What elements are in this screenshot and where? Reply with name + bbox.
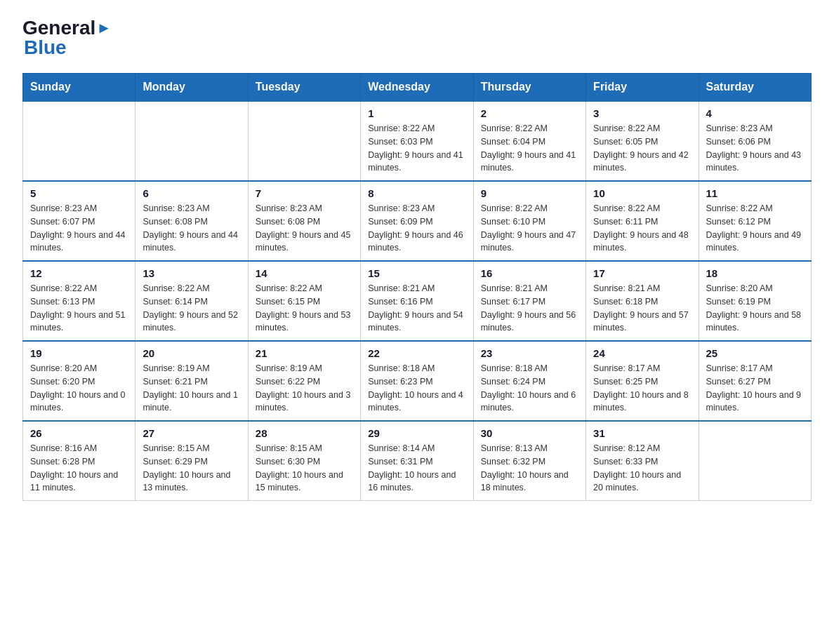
day-info: Sunrise: 8:22 AMSunset: 6:15 PMDaylight:… (256, 282, 353, 335)
calendar-cell: 27Sunrise: 8:15 AMSunset: 6:29 PMDayligh… (135, 421, 248, 501)
day-number: 14 (256, 267, 353, 279)
calendar-cell (135, 101, 248, 181)
calendar-cell (699, 421, 811, 501)
day-number: 11 (706, 187, 804, 199)
calendar-cell: 20Sunrise: 8:19 AMSunset: 6:21 PMDayligh… (135, 341, 248, 421)
calendar-cell: 31Sunrise: 8:12 AMSunset: 6:33 PMDayligh… (586, 421, 699, 501)
day-info: Sunrise: 8:17 AMSunset: 6:27 PMDaylight:… (706, 362, 804, 415)
calendar-cell: 28Sunrise: 8:15 AMSunset: 6:30 PMDayligh… (248, 421, 360, 501)
day-number: 18 (706, 267, 804, 279)
calendar-table: SundayMondayTuesdayWednesdayThursdayFrid… (22, 73, 812, 501)
calendar-cell: 30Sunrise: 8:13 AMSunset: 6:32 PMDayligh… (473, 421, 585, 501)
day-number: 17 (593, 267, 691, 279)
day-number: 31 (593, 427, 691, 439)
day-info: Sunrise: 8:23 AMSunset: 6:06 PMDaylight:… (706, 122, 804, 175)
calendar-cell: 10Sunrise: 8:22 AMSunset: 6:11 PMDayligh… (586, 181, 699, 261)
day-info: Sunrise: 8:23 AMSunset: 6:08 PMDaylight:… (143, 202, 240, 255)
day-number: 10 (593, 187, 691, 199)
day-number: 26 (30, 427, 128, 439)
day-info: Sunrise: 8:14 AMSunset: 6:31 PMDaylight:… (368, 442, 465, 495)
day-info: Sunrise: 8:17 AMSunset: 6:25 PMDaylight:… (593, 362, 691, 415)
weekday-header-thursday: Thursday (473, 74, 585, 102)
day-info: Sunrise: 8:19 AMSunset: 6:21 PMDaylight:… (143, 362, 240, 415)
day-info: Sunrise: 8:18 AMSunset: 6:24 PMDaylight:… (481, 362, 578, 415)
day-info: Sunrise: 8:22 AMSunset: 6:05 PMDaylight:… (593, 122, 691, 175)
day-info: Sunrise: 8:12 AMSunset: 6:33 PMDaylight:… (593, 442, 691, 495)
day-number: 19 (30, 347, 128, 359)
calendar-cell: 13Sunrise: 8:22 AMSunset: 6:14 PMDayligh… (135, 261, 248, 341)
day-info: Sunrise: 8:20 AMSunset: 6:20 PMDaylight:… (30, 362, 128, 415)
day-info: Sunrise: 8:22 AMSunset: 6:03 PMDaylight:… (368, 122, 465, 175)
weekday-header-tuesday: Tuesday (248, 74, 360, 102)
day-number: 16 (481, 267, 578, 279)
calendar-cell: 29Sunrise: 8:14 AMSunset: 6:31 PMDayligh… (361, 421, 473, 501)
day-number: 28 (256, 427, 353, 439)
calendar-cell: 16Sunrise: 8:21 AMSunset: 6:17 PMDayligh… (473, 261, 585, 341)
day-info: Sunrise: 8:22 AMSunset: 6:11 PMDaylight:… (593, 202, 691, 255)
weekday-header-saturday: Saturday (699, 74, 811, 102)
day-number: 3 (593, 107, 691, 119)
calendar-cell: 19Sunrise: 8:20 AMSunset: 6:20 PMDayligh… (23, 341, 135, 421)
day-info: Sunrise: 8:22 AMSunset: 6:13 PMDaylight:… (30, 282, 128, 335)
day-info: Sunrise: 8:21 AMSunset: 6:17 PMDaylight:… (481, 282, 578, 335)
calendar-cell: 7Sunrise: 8:23 AMSunset: 6:08 PMDaylight… (248, 181, 360, 261)
day-number: 20 (143, 347, 240, 359)
day-number: 23 (481, 347, 578, 359)
day-number: 15 (368, 267, 465, 279)
week-row-3: 12Sunrise: 8:22 AMSunset: 6:13 PMDayligh… (23, 261, 812, 341)
day-info: Sunrise: 8:15 AMSunset: 6:30 PMDaylight:… (256, 442, 353, 495)
day-number: 4 (706, 107, 804, 119)
calendar-cell: 24Sunrise: 8:17 AMSunset: 6:25 PMDayligh… (586, 341, 699, 421)
calendar-cell: 5Sunrise: 8:23 AMSunset: 6:07 PMDaylight… (23, 181, 135, 261)
day-number: 22 (368, 347, 465, 359)
day-info: Sunrise: 8:23 AMSunset: 6:07 PMDaylight:… (30, 202, 128, 255)
day-number: 1 (368, 107, 465, 119)
day-info: Sunrise: 8:23 AMSunset: 6:08 PMDaylight:… (256, 202, 353, 255)
week-row-2: 5Sunrise: 8:23 AMSunset: 6:07 PMDaylight… (23, 181, 812, 261)
calendar-cell: 21Sunrise: 8:19 AMSunset: 6:22 PMDayligh… (248, 341, 360, 421)
calendar-header-row: SundayMondayTuesdayWednesdayThursdayFrid… (23, 74, 812, 102)
day-info: Sunrise: 8:19 AMSunset: 6:22 PMDaylight:… (256, 362, 353, 415)
calendar-cell (248, 101, 360, 181)
calendar-cell: 4Sunrise: 8:23 AMSunset: 6:06 PMDaylight… (699, 101, 811, 181)
day-info: Sunrise: 8:13 AMSunset: 6:32 PMDaylight:… (481, 442, 578, 495)
week-row-4: 19Sunrise: 8:20 AMSunset: 6:20 PMDayligh… (23, 341, 812, 421)
day-number: 27 (143, 427, 240, 439)
day-info: Sunrise: 8:22 AMSunset: 6:14 PMDaylight:… (143, 282, 240, 335)
day-info: Sunrise: 8:22 AMSunset: 6:12 PMDaylight:… (706, 202, 804, 255)
calendar-cell: 22Sunrise: 8:18 AMSunset: 6:23 PMDayligh… (361, 341, 473, 421)
week-row-5: 26Sunrise: 8:16 AMSunset: 6:28 PMDayligh… (23, 421, 812, 501)
day-number: 29 (368, 427, 465, 439)
day-info: Sunrise: 8:22 AMSunset: 6:04 PMDaylight:… (481, 122, 578, 175)
day-info: Sunrise: 8:16 AMSunset: 6:28 PMDaylight:… (30, 442, 128, 495)
day-info: Sunrise: 8:23 AMSunset: 6:09 PMDaylight:… (368, 202, 465, 255)
calendar-cell (23, 101, 135, 181)
day-number: 24 (593, 347, 691, 359)
calendar-cell: 9Sunrise: 8:22 AMSunset: 6:10 PMDaylight… (473, 181, 585, 261)
day-info: Sunrise: 8:21 AMSunset: 6:16 PMDaylight:… (368, 282, 465, 335)
weekday-header-sunday: Sunday (23, 74, 135, 102)
day-info: Sunrise: 8:21 AMSunset: 6:18 PMDaylight:… (593, 282, 691, 335)
day-number: 6 (143, 187, 240, 199)
calendar-cell: 18Sunrise: 8:20 AMSunset: 6:19 PMDayligh… (699, 261, 811, 341)
logo: General ► Blue (22, 17, 112, 59)
logo-arrow-icon: ► (96, 19, 112, 37)
calendar-cell: 17Sunrise: 8:21 AMSunset: 6:18 PMDayligh… (586, 261, 699, 341)
calendar-cell: 26Sunrise: 8:16 AMSunset: 6:28 PMDayligh… (23, 421, 135, 501)
weekday-header-friday: Friday (586, 74, 699, 102)
calendar-cell: 25Sunrise: 8:17 AMSunset: 6:27 PMDayligh… (699, 341, 811, 421)
day-number: 25 (706, 347, 804, 359)
calendar-cell: 1Sunrise: 8:22 AMSunset: 6:03 PMDaylight… (361, 101, 473, 181)
day-number: 30 (481, 427, 578, 439)
calendar-cell: 23Sunrise: 8:18 AMSunset: 6:24 PMDayligh… (473, 341, 585, 421)
weekday-header-wednesday: Wednesday (361, 74, 473, 102)
calendar-cell: 12Sunrise: 8:22 AMSunset: 6:13 PMDayligh… (23, 261, 135, 341)
day-info: Sunrise: 8:22 AMSunset: 6:10 PMDaylight:… (481, 202, 578, 255)
calendar-cell: 6Sunrise: 8:23 AMSunset: 6:08 PMDaylight… (135, 181, 248, 261)
calendar-cell: 8Sunrise: 8:23 AMSunset: 6:09 PMDaylight… (361, 181, 473, 261)
page-header: General ► Blue (22, 17, 812, 59)
calendar-cell: 15Sunrise: 8:21 AMSunset: 6:16 PMDayligh… (361, 261, 473, 341)
day-number: 21 (256, 347, 353, 359)
day-number: 5 (30, 187, 128, 199)
day-number: 8 (368, 187, 465, 199)
